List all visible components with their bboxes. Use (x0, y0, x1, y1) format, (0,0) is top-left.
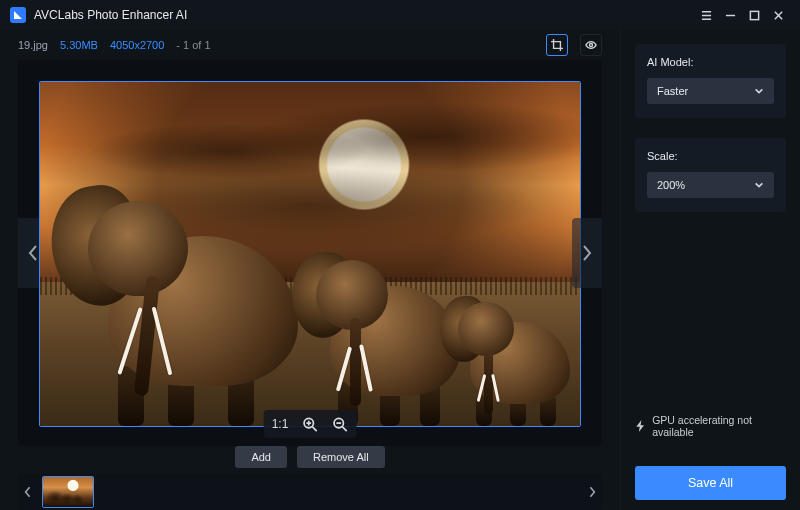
zoom-in-button[interactable] (302, 416, 318, 432)
scale-panel: Scale: 200% (635, 138, 786, 212)
file-info-bar: 19.jpg 5.30MB 4050x2700 - 1 of 1 (18, 34, 602, 56)
image-panel: 19.jpg 5.30MB 4050x2700 - 1 of 1 (0, 30, 620, 446)
bottom-row: Add Remove All (0, 446, 620, 510)
minimize-icon (725, 10, 736, 21)
maximize-button[interactable] (742, 3, 766, 27)
filmstrip-next-button[interactable] (582, 474, 602, 510)
chevron-right-icon (581, 244, 593, 262)
chevron-down-icon (754, 180, 764, 190)
ai-model-dropdown[interactable]: Faster (647, 78, 774, 104)
svg-rect-0 (750, 11, 758, 19)
ai-model-panel: AI Model: Faster (635, 44, 786, 118)
scale-value: 200% (657, 179, 685, 191)
svg-point-1 (589, 43, 592, 46)
canvas: 1:1 (18, 60, 602, 446)
remove-all-button[interactable]: Remove All (297, 446, 385, 468)
filmstrip (18, 474, 602, 510)
action-bar: Add Remove All (18, 446, 602, 468)
minimize-button[interactable] (718, 3, 742, 27)
chevron-right-icon (588, 486, 596, 498)
zoom-in-icon (303, 417, 318, 432)
menu-button[interactable] (694, 3, 718, 27)
bolt-icon (635, 420, 646, 432)
close-icon (773, 10, 784, 21)
crop-icon (551, 39, 563, 51)
add-button[interactable]: Add (235, 446, 287, 468)
zoom-toolbar: 1:1 (264, 410, 357, 438)
scale-label: Scale: (647, 150, 774, 162)
preview-button[interactable] (580, 34, 602, 56)
thumbnail-track (38, 474, 582, 510)
ai-model-label: AI Model: (647, 56, 774, 68)
hamburger-icon (701, 10, 712, 21)
zoom-out-button[interactable] (332, 416, 348, 432)
file-index: - 1 of 1 (176, 39, 210, 51)
filmstrip-prev-button[interactable] (18, 474, 38, 510)
chevron-left-icon (27, 244, 39, 262)
close-button[interactable] (766, 3, 790, 27)
chevron-left-icon (24, 486, 32, 498)
crop-button[interactable] (546, 34, 568, 56)
file-size: 5.30MB (60, 39, 98, 51)
ai-model-value: Faster (657, 85, 688, 97)
image-content (48, 176, 308, 426)
app-title: AVCLabs Photo Enhancer AI (34, 8, 187, 22)
zoom-ratio[interactable]: 1:1 (272, 417, 289, 431)
save-all-button[interactable]: Save All (635, 466, 786, 500)
maximize-icon (749, 10, 760, 21)
sidebar: AI Model: Faster Scale: 200% GPU acceler… (620, 30, 800, 510)
gpu-status: GPU accelerating not available (635, 414, 786, 438)
file-dimensions: 4050x2700 (110, 39, 164, 51)
gpu-status-text: GPU accelerating not available (652, 414, 786, 438)
file-name: 19.jpg (18, 39, 48, 51)
app-logo (10, 7, 26, 23)
next-image-button[interactable] (572, 218, 602, 288)
preview-image[interactable] (39, 81, 581, 427)
titlebar: AVCLabs Photo Enhancer AI (0, 0, 800, 30)
scale-dropdown[interactable]: 200% (647, 172, 774, 198)
eye-icon (585, 39, 597, 51)
chevron-down-icon (754, 86, 764, 96)
thumbnail[interactable] (42, 476, 94, 508)
zoom-out-icon (333, 417, 348, 432)
